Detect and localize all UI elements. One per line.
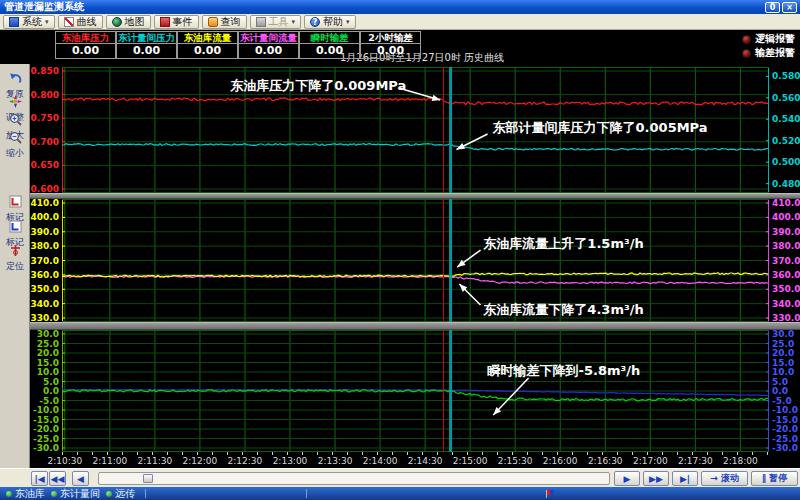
y-axis-tick-label: 360.0 bbox=[30, 270, 59, 280]
nav-scroll-button[interactable]: → 滚动 bbox=[701, 471, 748, 486]
event-cursor-line bbox=[443, 67, 444, 193]
tool-sidebar: 复原调整放大缩小标记标记定位 bbox=[0, 64, 30, 468]
series-东计量间压力 bbox=[62, 144, 768, 151]
nav-fast-forward-button[interactable]: ▶▶ bbox=[643, 471, 669, 486]
alarm-led-icon bbox=[742, 49, 751, 58]
status-item-label: 远传 bbox=[115, 487, 135, 500]
menu-help-button[interactable]: ?帮助▾ bbox=[304, 15, 356, 29]
time-scrollbar[interactable] bbox=[98, 472, 610, 485]
menu-system-button[interactable]: 系统▾ bbox=[3, 15, 55, 29]
alarm-led-icon bbox=[742, 35, 751, 44]
y-axis-tick-label: -30.0 bbox=[772, 443, 800, 453]
x-axis-tick-label: 2:18:00 bbox=[720, 456, 760, 466]
x-axis-tick-label: 2:13:00 bbox=[270, 456, 310, 466]
chart-panel-flow: 东油库流量上升了1.5m³/h东油库流量下降了4.3m³/h bbox=[62, 199, 769, 322]
readout-value: 0.00 bbox=[238, 44, 299, 59]
annotation-text: 东部计量间库压力下降了0.005MPa bbox=[492, 120, 708, 135]
header-panel: 1月26日0时至1月27日0时 历史曲线 东油库压力0.00东计量间压力0.00… bbox=[0, 30, 800, 64]
nav-first-button[interactable]: |◀ bbox=[31, 471, 48, 486]
readout-3: 东油库流量0.00 bbox=[177, 31, 238, 59]
zoom-out-icon bbox=[9, 129, 22, 148]
annotation-arrow-icon bbox=[432, 95, 441, 101]
x-axis-tick-label: 2:13:30 bbox=[315, 456, 355, 466]
status-led-icon bbox=[6, 491, 12, 497]
annotation-text: 瞬时输差下降到-5.8m³/h bbox=[487, 363, 641, 378]
annotation-text: 东油库流量上升了1.5m³/h bbox=[482, 236, 643, 251]
annotation-text: 东油库流量下降了4.3m³/h bbox=[482, 302, 643, 317]
y-axis-tick-label: 20.0 bbox=[772, 348, 800, 358]
nav-fast-back-button[interactable]: ◀◀ bbox=[49, 471, 66, 486]
readout-2: 东计量间压力0.00 bbox=[116, 31, 177, 59]
series-2小时输差 bbox=[62, 389, 768, 395]
status-bar: 东油库东计量间远传 bbox=[0, 487, 800, 500]
y-axis-tick-label: 340.0 bbox=[772, 299, 800, 309]
nav-last-button[interactable]: ▶| bbox=[672, 471, 698, 486]
y-axis-tick-label: 0.480 bbox=[772, 179, 800, 189]
y-axis-tick-label: 5.0 bbox=[772, 377, 800, 387]
readout-label: 东计量间压力 bbox=[116, 31, 177, 44]
menu-map-button[interactable]: 地图 bbox=[106, 15, 151, 29]
title-bar: 管道泄漏监测系统 0× bbox=[0, 0, 800, 14]
menu-system-label: 系统 bbox=[22, 15, 42, 29]
event-icon bbox=[160, 17, 170, 27]
menu-curve-button[interactable]: 曲线 bbox=[58, 15, 103, 29]
menu-help-label: 帮助 bbox=[323, 15, 343, 29]
sidebar-locate-button[interactable]: 定位 bbox=[0, 242, 30, 271]
dropdown-arrow-icon: ▾ bbox=[346, 18, 350, 26]
menu-event-button[interactable]: 事件 bbox=[154, 15, 199, 29]
zoom-in-icon bbox=[9, 111, 22, 130]
curve-icon bbox=[64, 17, 74, 27]
y-axis-tick-label: 400.0 bbox=[30, 212, 59, 222]
adjust-icon bbox=[9, 93, 22, 112]
y-axis-tick-label: 0.800 bbox=[30, 90, 59, 100]
status-item-1[interactable]: 东油库 bbox=[6, 487, 45, 500]
status-flag-icon bbox=[545, 489, 555, 499]
y-axis-tick-label: 0.650 bbox=[30, 160, 59, 170]
status-item-2[interactable]: 东计量间 bbox=[51, 487, 100, 500]
dropdown-arrow-icon: ▾ bbox=[45, 18, 49, 26]
nav-pause-button[interactable]: ‖ 暂停 bbox=[751, 471, 798, 486]
status-separator bbox=[306, 489, 307, 498]
alarm-indicator-2: 输差报警 bbox=[742, 46, 795, 60]
sidebar-zoom-out-button[interactable]: 缩小 bbox=[0, 129, 30, 158]
x-axis-tick-label: 2:10:30 bbox=[45, 456, 85, 466]
nav-back-button[interactable]: ◀ bbox=[72, 471, 89, 486]
y-axis-tick-label: -25.0 bbox=[30, 434, 59, 444]
readout-value: 0.00 bbox=[55, 44, 116, 59]
readout-label: 东油库压力 bbox=[55, 31, 116, 44]
menu-query-button[interactable]: 查询 bbox=[202, 15, 247, 29]
menubar: 系统▾曲线地图事件查询工具▾?帮助▾ bbox=[0, 14, 800, 30]
x-axis-tick-label: 2:16:00 bbox=[540, 456, 580, 466]
readout-value: 0.00 bbox=[116, 44, 177, 59]
chart-panel-pressure: 东油库压力下降了0.009MPa东部计量间库压力下降了0.005MPa bbox=[62, 67, 769, 193]
time-scrollbar-thumb[interactable] bbox=[143, 474, 153, 483]
mark-red-icon bbox=[9, 193, 22, 212]
status-separator bbox=[145, 489, 146, 498]
y-axis-tick-label: 0.520 bbox=[772, 136, 800, 146]
series-东计量间流量 bbox=[62, 276, 768, 284]
x-axis-tick-label: 2:14:00 bbox=[360, 456, 400, 466]
system-icon bbox=[9, 17, 19, 27]
minimize-button[interactable]: 0 bbox=[765, 2, 780, 13]
y-axis-tick-label: -10.0 bbox=[772, 405, 800, 415]
event-cursor-line bbox=[449, 67, 452, 193]
locate-icon bbox=[9, 242, 22, 261]
x-axis-tick-label: 2:15:00 bbox=[450, 456, 490, 466]
window-controls: 0× bbox=[765, 0, 800, 14]
event-cursor-line bbox=[443, 199, 444, 322]
y-axis-tick-label: 330.0 bbox=[30, 313, 59, 323]
event-cursor-line bbox=[443, 330, 444, 452]
menu-tools-button[interactable]: 工具▾ bbox=[250, 15, 302, 29]
nav-forward-button[interactable]: ▶ bbox=[614, 471, 640, 486]
y-axis-tick-label: -15.0 bbox=[772, 415, 800, 425]
chart-region: 复原调整放大缩小标记标记定位 -2.82 东油库压力下降了0.009MPa东部计… bbox=[0, 64, 800, 468]
status-item-3[interactable]: 远传 bbox=[106, 487, 135, 500]
status-item-label: 东计量间 bbox=[60, 487, 100, 500]
readout-6: 2小时输差0.00 bbox=[360, 31, 421, 59]
annotation-text: 东油库压力下降了0.009MPa bbox=[229, 78, 406, 93]
menu-map-label: 地图 bbox=[125, 15, 145, 29]
x-axis-tick-label: 2:12:30 bbox=[225, 456, 265, 466]
y-axis-tick-label: 0.850 bbox=[30, 66, 59, 76]
sidebar-button-label: 定位 bbox=[0, 261, 30, 271]
close-button[interactable]: × bbox=[782, 2, 797, 13]
